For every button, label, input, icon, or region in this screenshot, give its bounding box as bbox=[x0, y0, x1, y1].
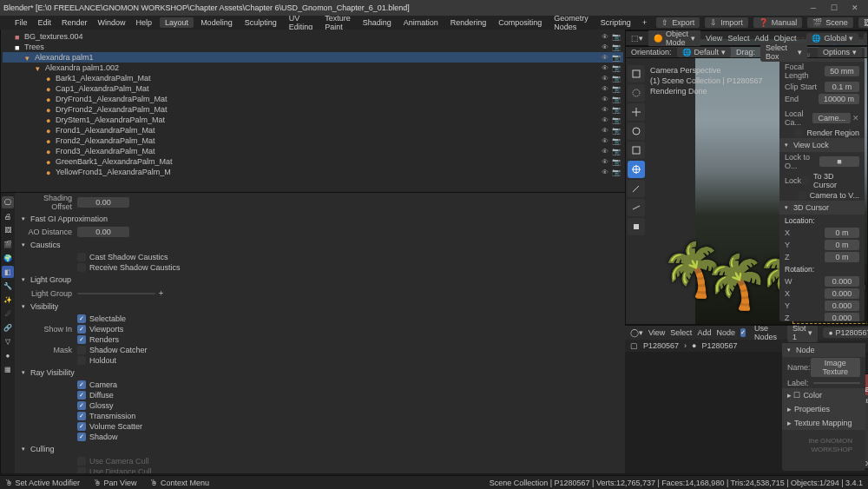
prop-tab-particles[interactable]: ✨ bbox=[2, 294, 14, 306]
prop-tab-material[interactable]: ● bbox=[2, 349, 14, 361]
tool-select-box[interactable] bbox=[628, 65, 645, 83]
cursor-y[interactable]: 0 m bbox=[825, 240, 859, 250]
viewports-check[interactable]: ✓ bbox=[77, 325, 86, 334]
crumb-1[interactable]: P1280567 bbox=[643, 341, 679, 350]
add-menu[interactable]: Add bbox=[754, 34, 768, 43]
pivot-dropdown[interactable]: ⊙▾ bbox=[864, 33, 868, 43]
cursor-rx[interactable]: 0.000 bbox=[825, 288, 859, 299]
clip-start-input[interactable]: 0.1 m bbox=[825, 82, 859, 92]
menu-window[interactable]: Window bbox=[94, 17, 130, 28]
selectable-check[interactable]: ✓ bbox=[77, 314, 86, 323]
panel-fastgi[interactable]: Fast GI Approximation bbox=[16, 212, 625, 226]
options-dropdown[interactable]: Options ▾ bbox=[818, 47, 862, 57]
ray-glossy[interactable]: ✓ bbox=[77, 401, 86, 410]
panel-3dcursor[interactable]: 3D Cursor bbox=[779, 201, 865, 215]
recv-shadow-caustics[interactable]: ✓ bbox=[77, 263, 86, 272]
render-region-check[interactable]: ✓ bbox=[794, 129, 803, 137]
ray-transmission[interactable]: ✓ bbox=[77, 412, 86, 420]
orientation-dropdown[interactable]: 🌐 Global ▾ bbox=[806, 33, 858, 43]
prop-tab-output[interactable]: 🖨 bbox=[2, 210, 14, 222]
crumb-home-icon[interactable]: ▢ bbox=[630, 341, 638, 350]
outliner-row[interactable]: ▾Alexandra palm1👁 📷 bbox=[3, 52, 623, 63]
ne-add[interactable]: Add bbox=[697, 328, 711, 337]
outliner-row[interactable]: ●DryStem1_AlexandraPalm_Mat👁 📷 bbox=[3, 115, 623, 125]
mode-dropdown[interactable]: 🟠 Object Mode ▾ bbox=[648, 30, 700, 48]
usedistcull-check[interactable]: ✓ bbox=[77, 467, 86, 473]
menu-file[interactable]: File bbox=[10, 17, 32, 28]
tool-add-cube[interactable] bbox=[628, 218, 645, 235]
outliner-row[interactable]: ●YellowFrond1_AlexandraPalm_M👁 📷 bbox=[3, 167, 623, 177]
cursor-w[interactable]: 0.000 bbox=[825, 276, 859, 287]
shadowcatcher-check[interactable]: ✓ bbox=[77, 346, 86, 354]
outliner-row[interactable]: ●Cap1_AlexandraPalm_Mat👁 📷 bbox=[3, 83, 623, 94]
tab-compositing[interactable]: Compositing bbox=[493, 17, 547, 28]
crumb-2[interactable]: P1280567 bbox=[701, 341, 737, 350]
tab-add[interactable]: + bbox=[638, 17, 651, 28]
lightgroup-add-icon[interactable]: ＋ bbox=[157, 287, 165, 299]
prop-tab-constraints[interactable]: 🔗 bbox=[2, 321, 14, 334]
tab-layout[interactable]: Layout bbox=[160, 17, 194, 28]
tab-modeling[interactable]: Modeling bbox=[195, 17, 238, 28]
outliner-row[interactable]: ●Frond1_AlexandraPalm_Mat👁 📷 bbox=[3, 125, 623, 135]
ray-diffuse[interactable]: ✓ bbox=[77, 391, 86, 400]
lightgroup-input[interactable] bbox=[77, 293, 155, 294]
tool-rotate[interactable] bbox=[628, 122, 645, 140]
cursor-ry[interactable]: 0.000 bbox=[825, 301, 859, 311]
maximize-button[interactable]: ☐ bbox=[825, 2, 844, 14]
lock-3dcursor-check[interactable]: ✓ bbox=[801, 176, 810, 185]
prop-tab-render[interactable]: 🖵 bbox=[2, 196, 14, 208]
node-label-input[interactable] bbox=[813, 382, 860, 384]
viewlayer-dropdown[interactable]: 🖼 ViewLayer bbox=[858, 17, 868, 28]
np-color[interactable]: ▸ ☐ Color bbox=[782, 388, 865, 402]
panel-caustics[interactable]: Caustics bbox=[16, 238, 625, 252]
tool-scale[interactable] bbox=[628, 142, 645, 159]
panel-lightgroup[interactable]: Light Group bbox=[16, 273, 625, 287]
outliner-row[interactable]: ●Bark1_AlexandraPalm_Mat👁 📷 bbox=[3, 73, 623, 83]
outliner-row[interactable]: ●Frond3_AlexandraPalm_Mat👁 📷 bbox=[3, 146, 623, 156]
tool-cursor[interactable] bbox=[628, 84, 645, 102]
clear-localcam-icon[interactable]: ✕ bbox=[852, 114, 859, 122]
export-button[interactable]: ⇧ Export bbox=[656, 17, 700, 28]
ray-camera[interactable]: ✓ bbox=[77, 380, 86, 389]
ao-distance[interactable]: 0.00 bbox=[77, 227, 129, 237]
np-texmap[interactable]: ▸ Texture Mapping bbox=[782, 416, 865, 430]
use-nodes-check[interactable]: ✓ bbox=[740, 328, 746, 337]
prop-tab-viewlayer[interactable]: 🖼 bbox=[2, 224, 14, 236]
outliner-row[interactable]: ●DryFrond1_AlexandraPalm_Mat👁 📷 bbox=[3, 94, 623, 104]
lockto-input[interactable]: ■ bbox=[819, 156, 859, 167]
cursor-rz[interactable]: 0.000 bbox=[825, 313, 859, 321]
slot-dropdown[interactable]: Slot 1 ▾ bbox=[787, 325, 819, 342]
tab-sculpting[interactable]: Sculpting bbox=[240, 17, 282, 28]
outliner-row[interactable]: ●DryFrond2_AlexandraPalm_Mat👁 📷 bbox=[3, 104, 623, 115]
ne-view[interactable]: View bbox=[648, 328, 665, 337]
view-menu[interactable]: View bbox=[706, 34, 722, 43]
import-button[interactable]: ⇩ Import bbox=[705, 17, 748, 28]
usecamcull-check[interactable]: ✓ bbox=[77, 457, 86, 466]
prop-tab-object[interactable]: ◧ bbox=[2, 266, 14, 278]
outliner-row[interactable]: ■Trees👁 📷 bbox=[3, 42, 623, 52]
ne-select[interactable]: Select bbox=[670, 328, 692, 337]
prop-tab-texture[interactable]: ▦ bbox=[2, 363, 14, 375]
manual-button[interactable]: ❓ Manual bbox=[753, 17, 803, 28]
tool-move[interactable] bbox=[628, 103, 645, 121]
local-cam[interactable]: Came... bbox=[812, 113, 851, 123]
menu-help[interactable]: Help bbox=[132, 17, 157, 28]
tool-annotate[interactable] bbox=[628, 180, 645, 197]
tab-animation[interactable]: Animation bbox=[398, 17, 444, 28]
editor-type-icon[interactable]: ⬚▾ bbox=[631, 34, 643, 43]
close-button[interactable]: ✕ bbox=[845, 2, 865, 14]
drag-value[interactable]: Select Box ▾ bbox=[760, 43, 807, 62]
menu-render[interactable]: Render bbox=[57, 17, 92, 28]
ray-volscatter[interactable]: ✓ bbox=[77, 422, 86, 431]
outliner[interactable]: ■BG_textures.004👁 📷■Trees👁 📷▾Alexandra p… bbox=[1, 30, 625, 193]
node-editor-type-icon[interactable]: ◯▾ bbox=[630, 328, 643, 337]
ne-node[interactable]: Node bbox=[716, 328, 735, 337]
np-node[interactable]: Node bbox=[782, 343, 865, 357]
tool-transform[interactable] bbox=[628, 161, 645, 178]
tab-shading[interactable]: Shading bbox=[358, 17, 397, 28]
prop-tab-world[interactable]: 🌍 bbox=[2, 252, 14, 264]
panel-rayvis[interactable]: Ray Visibility bbox=[16, 366, 625, 380]
outliner-row[interactable]: ▾Alexandra palm1.002👁 📷 bbox=[3, 63, 623, 73]
renders-check[interactable]: ✓ bbox=[77, 335, 86, 344]
minimize-button[interactable]: ─ bbox=[804, 2, 823, 14]
